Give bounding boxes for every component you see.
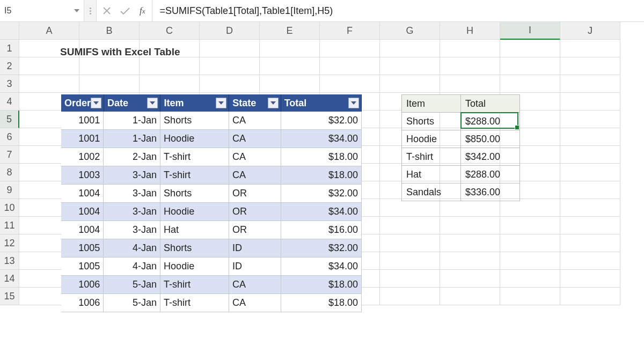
cell[interactable] [560, 270, 620, 288]
table-row[interactable]: 10033-JanT-shirtCA$18.00 [61, 166, 362, 185]
cell-date[interactable]: 3-Jan [104, 166, 160, 184]
summary-item[interactable]: Hat [402, 166, 461, 183]
cell[interactable] [320, 75, 380, 93]
cell-state[interactable]: CA [229, 112, 281, 129]
col-head-i[interactable]: I [500, 22, 560, 40]
col-header-item[interactable]: Item [160, 94, 229, 112]
cell[interactable] [440, 234, 500, 252]
cell[interactable] [500, 217, 560, 234]
cell-item[interactable]: Shorts [160, 112, 229, 129]
cell-date[interactable]: 3-Jan [104, 185, 160, 202]
cell-order[interactable]: 1002 [61, 148, 104, 166]
table-row[interactable]: 10054-JanHoodieID$34.00 [61, 258, 362, 276]
formula-input[interactable]: =SUMIFS(Table1[Total],Table1[Item],H5) [152, 0, 644, 21]
cell-date[interactable]: 1-Jan [104, 112, 160, 129]
summary-row[interactable]: Shorts$288.00 [402, 113, 520, 130]
cell[interactable] [260, 75, 320, 93]
cell[interactable] [380, 252, 440, 270]
cell[interactable] [560, 57, 620, 75]
cell[interactable] [500, 57, 560, 75]
table-row[interactable]: 10022-JanT-shirtCA$18.00 [61, 148, 362, 166]
summary-total[interactable]: $342.00 [461, 148, 520, 166]
cell-total[interactable]: $32.00 [281, 185, 362, 202]
cell-item[interactable]: Hoodie [160, 258, 229, 275]
table-row[interactable]: 10065-JanT-shirtCA$18.00 [61, 294, 362, 312]
cell-total[interactable]: $34.00 [281, 258, 362, 275]
col-head-e[interactable]: E [260, 22, 320, 40]
cell[interactable] [380, 288, 440, 305]
cell-item[interactable]: Hoodie [160, 203, 229, 221]
row-head-8[interactable]: 8 [0, 164, 19, 181]
cell-item[interactable]: Shorts [160, 185, 229, 202]
cell-total[interactable]: $18.00 [281, 148, 362, 166]
cell-state[interactable]: CA [229, 166, 281, 184]
summary-row[interactable]: T-shirt$342.00 [402, 148, 520, 166]
cell[interactable] [19, 75, 79, 93]
cancel-icon[interactable] [103, 7, 111, 14]
cell[interactable] [440, 75, 500, 93]
cell[interactable] [560, 75, 620, 93]
cell-order[interactable]: 1006 [61, 294, 104, 312]
cell[interactable] [380, 270, 440, 288]
row-head-5[interactable]: 5 [0, 111, 19, 128]
cell-date[interactable]: 5-Jan [104, 294, 160, 312]
cell-state[interactable]: OR [229, 185, 281, 202]
cell[interactable] [560, 199, 620, 217]
cell[interactable] [140, 57, 200, 75]
cell[interactable] [79, 75, 140, 93]
cell-state[interactable]: ID [229, 258, 281, 275]
cell[interactable] [440, 40, 500, 57]
summary-item[interactable]: Shorts [402, 113, 461, 130]
row-head-9[interactable]: 9 [0, 181, 19, 199]
cell[interactable] [560, 164, 620, 181]
cell-date[interactable]: 3-Jan [104, 203, 160, 221]
cell-total[interactable]: $32.00 [281, 112, 362, 129]
cell[interactable] [500, 75, 560, 93]
cell[interactable] [560, 181, 620, 199]
filter-button[interactable] [216, 98, 226, 108]
cell-total[interactable]: $34.00 [281, 203, 362, 221]
cell[interactable] [500, 40, 560, 57]
cell-total[interactable]: $34.00 [281, 130, 362, 148]
cell-item[interactable]: T-shirt [160, 276, 229, 293]
cell[interactable] [560, 234, 620, 252]
col-head-c[interactable]: C [140, 22, 200, 40]
cell-date[interactable]: 4-Jan [104, 258, 160, 275]
cell-date[interactable]: 5-Jan [104, 276, 160, 293]
cell[interactable] [380, 199, 440, 217]
cell[interactable] [380, 40, 440, 57]
formula-bar-grip[interactable] [84, 0, 97, 21]
cell-date[interactable]: 4-Jan [104, 239, 160, 257]
cell-total[interactable]: $18.00 [281, 276, 362, 293]
cell-item[interactable]: T-shirt [160, 166, 229, 184]
summary-total[interactable]: $288.00 [461, 166, 520, 183]
row-head-13[interactable]: 13 [0, 252, 19, 270]
cell[interactable] [380, 217, 440, 234]
col-head-a[interactable]: A [19, 22, 79, 40]
cell-state[interactable]: CA [229, 294, 281, 312]
cell[interactable] [200, 57, 260, 75]
col-header-state[interactable]: State [229, 94, 281, 112]
cell-item[interactable]: Shorts [160, 239, 229, 257]
cell-item[interactable]: T-shirt [160, 148, 229, 166]
cell[interactable] [440, 199, 500, 217]
table-row[interactable]: 10043-JanHoodieOR$34.00 [61, 203, 362, 221]
summary-item[interactable]: T-shirt [402, 148, 461, 166]
row-head-7[interactable]: 7 [0, 146, 19, 164]
cell-order[interactable]: 1004 [61, 185, 104, 202]
summary-row[interactable]: Hoodie$850.00 [402, 130, 520, 148]
row-head-6[interactable]: 6 [0, 128, 19, 146]
cell[interactable] [79, 57, 140, 75]
cell-state[interactable]: ID [229, 239, 281, 257]
cell-date[interactable]: 1-Jan [104, 130, 160, 148]
cell-order[interactable]: 1001 [61, 130, 104, 148]
filter-button[interactable] [91, 98, 101, 108]
cell[interactable] [440, 217, 500, 234]
cell[interactable] [380, 75, 440, 93]
cell[interactable] [560, 252, 620, 270]
cell[interactable] [500, 252, 560, 270]
col-head-g[interactable]: G [380, 22, 440, 40]
filter-button[interactable] [147, 98, 158, 108]
cell[interactable] [500, 288, 560, 305]
cell[interactable] [440, 252, 500, 270]
